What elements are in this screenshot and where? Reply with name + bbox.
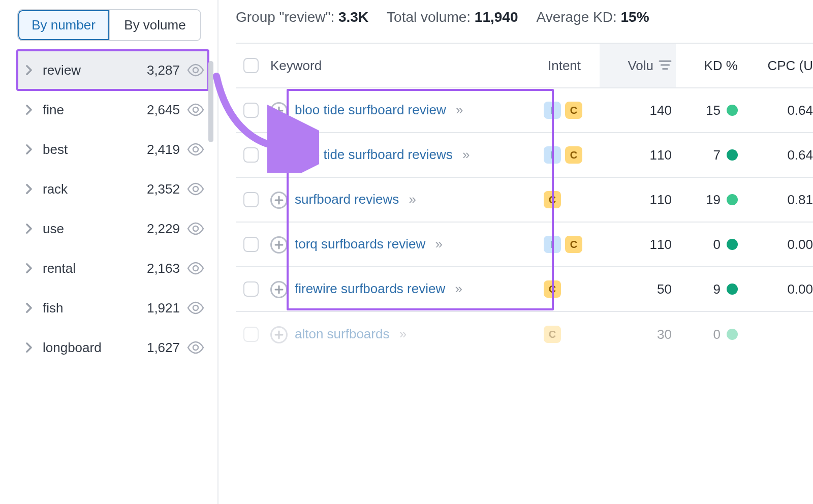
expand-icon[interactable] [270,192,288,209]
intent-cell: IC [544,236,600,253]
eye-icon[interactable] [187,260,204,277]
group-count: 2,352 [136,181,180,197]
expand-icon[interactable] [270,281,288,298]
col-keyword[interactable]: Keyword [266,58,544,74]
keyword-table: Keyword Intent Volu KD % CPC (U bloo tid… [236,43,813,357]
volume-cell: 110 [600,237,676,253]
chevron-double-right-icon: » [425,236,444,251]
kd-dot-icon [727,239,738,250]
cpc-cell: 0.00 [742,281,813,297]
kd-cell: 0 [676,237,742,253]
chevron-right-icon [22,341,36,354]
kd-dot-icon [727,149,738,161]
chevron-double-right-icon: » [445,281,463,296]
chevron-right-icon [22,262,36,275]
group-list: review3,287fine2,645best2,419rack2,352us… [17,50,208,367]
group-row-longboard[interactable]: longboard1,627 [17,328,208,367]
table-row: firewire surfboards review »C5090.00 [236,267,813,312]
kd-dot-icon [727,194,738,205]
eye-icon[interactable] [187,61,204,79]
row-checkbox[interactable] [243,237,259,252]
table-row: alton surfboards »C300 [236,312,813,357]
tab-by-volume[interactable]: By volume [110,10,200,40]
intent-chip-c: C [565,146,582,164]
table-header: Keyword Intent Volu KD % CPC (U [236,44,813,88]
intent-chip-c: C [544,280,561,298]
col-kd[interactable]: KD % [676,58,742,74]
keyword-link[interactable]: bloo tide surfboard reviews » [295,146,471,164]
keyword-cell: surfboard reviews » [266,181,544,218]
intent-chip-c: C [544,191,561,208]
row-checkbox[interactable] [243,103,259,118]
keyword-cell: torq surfboards review » [266,226,544,263]
chevron-double-right-icon: » [399,192,417,207]
group-row-fine[interactable]: fine2,645 [17,90,208,130]
summary-kd: Average KD: 15% [537,9,649,25]
row-checkbox[interactable] [243,147,259,163]
group-row-review[interactable]: review3,287 [17,50,208,90]
intent-cell: C [544,191,600,208]
eye-icon[interactable] [187,220,204,237]
kd-dot-icon [727,329,738,340]
chevron-right-icon [22,143,36,156]
group-name: review [43,62,129,78]
kd-cell: 15 [676,103,742,118]
intent-chip-i: I [544,146,561,164]
eye-icon[interactable] [187,180,204,198]
table-row: surfboard reviews »C110190.81 [236,178,813,223]
select-all-checkbox[interactable] [243,58,259,73]
group-row-rental[interactable]: rental2,163 [17,248,208,288]
group-name: fine [43,102,129,118]
chevron-right-icon [22,64,36,77]
sidebar: By number By volume review3,287fine2,645… [0,0,218,504]
group-row-rack[interactable]: rack2,352 [17,169,208,209]
svg-point-2 [193,147,198,152]
group-row-fish[interactable]: fish1,921 [17,288,208,328]
expand-icon[interactable] [270,326,288,343]
chevron-double-right-icon: » [453,147,471,162]
expand-icon[interactable] [270,147,288,164]
row-checkbox[interactable] [243,281,259,297]
group-row-use[interactable]: use2,229 [17,209,208,248]
row-checkbox[interactable] [243,192,259,207]
keyword-cell: firewire surfboards review » [266,271,544,307]
svg-point-4 [193,226,198,231]
col-cpc[interactable]: CPC (U [742,58,813,74]
cpc-cell: 0.64 [742,103,813,118]
expand-icon[interactable] [270,236,288,254]
intent-cell: IC [544,102,600,119]
keyword-link[interactable]: firewire surfboards review » [295,280,463,298]
keyword-link[interactable]: torq surfboards review » [295,235,444,253]
kd-cell: 0 [676,327,742,342]
sort-desc-icon [659,60,672,71]
group-count: 2,645 [136,102,180,118]
keyword-link[interactable]: surfboard reviews » [295,191,417,208]
group-name: rack [43,181,129,197]
eye-icon[interactable] [187,141,204,158]
svg-point-5 [193,266,198,271]
svg-point-6 [193,305,198,310]
kd-dot-icon [727,284,738,295]
volume-cell: 110 [600,192,676,208]
eye-icon[interactable] [187,339,204,356]
col-intent[interactable]: Intent [544,58,600,74]
group-name: fish [43,300,129,316]
keyword-link[interactable]: alton surfboards » [295,325,408,343]
table-body: bloo tide surfboard review »IC140150.64b… [236,88,813,357]
eye-icon[interactable] [187,101,204,118]
chevron-right-icon [22,182,36,196]
svg-point-3 [193,186,198,192]
row-checkbox[interactable] [243,327,259,342]
scrollbar-thumb[interactable] [208,61,213,142]
tab-by-number[interactable]: By number [18,10,110,40]
group-row-best[interactable]: best2,419 [17,130,208,169]
kd-dot-icon [727,105,738,116]
eye-icon[interactable] [187,299,204,317]
sort-toggle: By number By volume [17,9,201,41]
col-volume[interactable]: Volu [600,44,676,87]
chevron-right-icon [22,301,36,314]
table-row: torq surfboards review »IC11000.00 [236,223,813,267]
keyword-link[interactable]: bloo tide surfboard review » [295,101,464,119]
expand-icon[interactable] [270,102,288,119]
cpc-cell: 0.81 [742,192,813,208]
